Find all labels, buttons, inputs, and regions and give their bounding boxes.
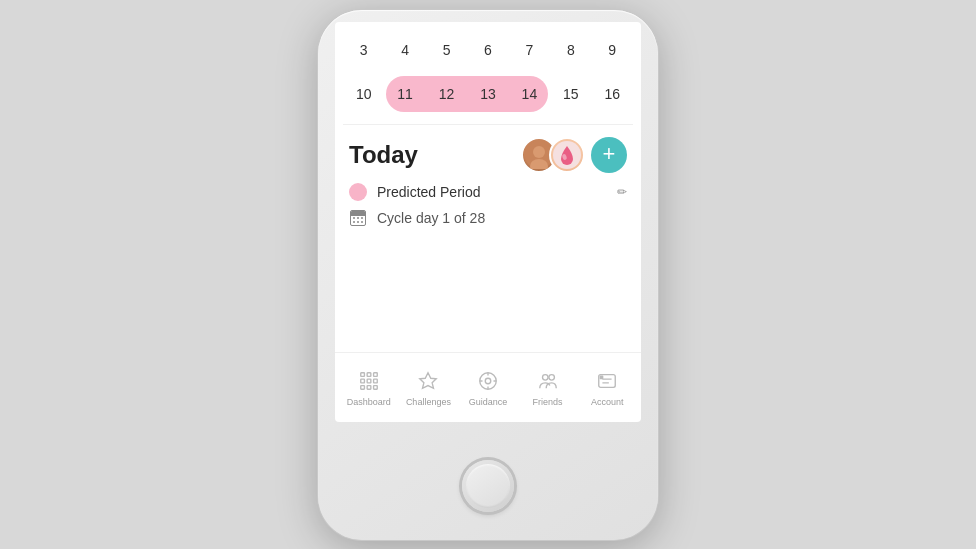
nav-guidance[interactable]: Guidance xyxy=(458,368,518,407)
svg-rect-7 xyxy=(373,372,377,376)
nav-challenges-label: Challenges xyxy=(406,397,451,407)
calendar-section: 3 4 5 6 7 8 9 10 11 12 13 14 15 16 xyxy=(335,22,641,124)
svg-point-15 xyxy=(485,378,491,384)
nav-account-label: Account xyxy=(591,397,624,407)
cal-day-12: 12 xyxy=(429,76,465,112)
edit-icon[interactable]: ✏ xyxy=(617,185,627,199)
nav-dashboard-label: Dashboard xyxy=(347,397,391,407)
svg-rect-13 xyxy=(373,385,377,389)
friends-svg xyxy=(537,370,559,392)
challenges-svg xyxy=(417,370,439,392)
svg-rect-9 xyxy=(367,379,371,383)
cal-icon-shape xyxy=(350,210,366,226)
svg-point-20 xyxy=(542,374,548,380)
account-svg xyxy=(596,370,618,392)
challenges-icon xyxy=(417,368,439,394)
nav-account[interactable]: Account xyxy=(577,368,637,407)
cal-day-5: 5 xyxy=(429,32,465,68)
svg-point-1 xyxy=(533,146,545,158)
period-dot xyxy=(349,183,367,201)
avatar-2 xyxy=(549,137,585,173)
bottom-nav: Dashboard Challenges xyxy=(335,352,641,422)
avatar-drop-svg xyxy=(553,141,581,169)
cal-day-15: 15 xyxy=(553,76,589,112)
home-button-inner xyxy=(466,464,510,508)
nav-challenges[interactable]: Challenges xyxy=(399,368,459,407)
friends-icon xyxy=(537,368,559,394)
account-icon xyxy=(596,368,618,394)
cycle-day-row: Cycle day 1 of 28 xyxy=(349,209,627,227)
cycle-day-label: Cycle day 1 of 28 xyxy=(377,210,485,226)
nav-friends[interactable]: Friends xyxy=(518,368,578,407)
cal-day-16: 16 xyxy=(594,76,630,112)
today-header: Today xyxy=(349,137,627,173)
cal-icon-grid xyxy=(351,216,365,225)
dashboard-icon xyxy=(358,368,380,394)
cal-day-14: 14 xyxy=(511,76,547,112)
nav-friends-label: Friends xyxy=(533,397,563,407)
cal-day-8: 8 xyxy=(553,32,589,68)
avatar-stack xyxy=(521,137,585,173)
dashboard-svg xyxy=(358,370,380,392)
svg-rect-25 xyxy=(600,375,604,379)
guidance-icon xyxy=(477,368,499,394)
cal-day-7: 7 xyxy=(511,32,547,68)
svg-rect-10 xyxy=(373,379,377,383)
today-title: Today xyxy=(349,141,418,169)
cal-day-10: 10 xyxy=(346,76,382,112)
add-button[interactable]: + xyxy=(591,137,627,173)
cal-day-3: 3 xyxy=(346,32,382,68)
svg-rect-6 xyxy=(367,372,371,376)
svg-rect-8 xyxy=(361,379,365,383)
svg-rect-12 xyxy=(367,385,371,389)
today-section: Today xyxy=(335,125,641,352)
calendar-week-1: 3 4 5 6 7 8 9 xyxy=(343,32,633,68)
cal-day-4: 4 xyxy=(387,32,423,68)
cal-day-11: 11 xyxy=(387,76,423,112)
predicted-period-row: Predicted Period ✏ xyxy=(349,183,627,201)
guidance-svg xyxy=(477,370,499,392)
nav-guidance-label: Guidance xyxy=(469,397,508,407)
svg-rect-5 xyxy=(361,372,365,376)
phone-screen: 3 4 5 6 7 8 9 10 11 12 13 14 15 16 xyxy=(335,22,641,422)
phone-frame: 3 4 5 6 7 8 9 10 11 12 13 14 15 16 xyxy=(318,10,658,540)
today-actions: + xyxy=(521,137,627,173)
predicted-period-label: Predicted Period xyxy=(377,184,607,200)
add-icon: + xyxy=(603,143,616,165)
cal-day-6: 6 xyxy=(470,32,506,68)
home-button[interactable] xyxy=(462,460,514,512)
cal-day-9: 9 xyxy=(594,32,630,68)
calendar-small-icon xyxy=(349,209,367,227)
nav-dashboard[interactable]: Dashboard xyxy=(339,368,399,407)
cal-day-13: 13 xyxy=(470,76,506,112)
home-button-area xyxy=(462,432,514,540)
svg-rect-11 xyxy=(361,385,365,389)
svg-point-21 xyxy=(548,374,554,380)
